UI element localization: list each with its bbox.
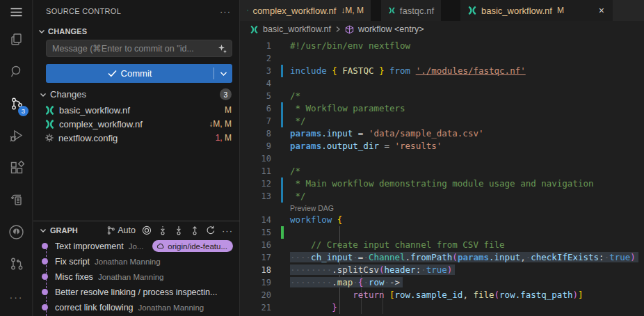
code-line[interactable]: 5/* [240,90,644,102]
commit-message-input[interactable] [52,44,218,54]
graph-push-button[interactable] [190,226,200,235]
code-line[interactable]: 6 * Workflow parameters [240,102,644,115]
commit-row[interactable]: Text improvement Jo... origin/ide-featu.… [33,239,240,253]
code-line[interactable]: 19········.map·{·row·-> [240,276,644,289]
code-text: ········.map·{·row·-> [290,276,403,289]
file-row-basic-workflow[interactable]: basic_workflow.nf M [33,103,240,117]
sidebar-item-pull-requests[interactable] [0,248,33,280]
code-line[interactable]: 18········.splitCsv(header:·true) [240,264,644,276]
commit-dot-icon [42,289,48,295]
graph-section-header: GRAPH Auto ··· [33,223,240,237]
sparkle-icon[interactable] [218,44,227,54]
commit-author: Jonathan Manning [138,303,204,312]
close-icon[interactable]: × [597,5,606,16]
nextflow-icon [467,6,477,15]
sidebar-item-search[interactable] [0,56,33,88]
code-line[interactable]: 9params.output_dir = 'results' [240,140,644,152]
git-status: ↓M, M [209,119,232,129]
code-text: * Main workflow demonstrating module usa… [290,177,594,190]
sidebar-item-extensions[interactable] [0,152,33,184]
commit-graph: Text improvement Jo... origin/ide-featu.… [33,239,240,316]
code-line[interactable]: 1#!/usr/bin/env nextflow [240,40,644,52]
code-line[interactable]: 10 [240,152,644,165]
graph-controls: Auto ··· [78,226,233,236]
commit-button[interactable]: Commit [46,64,232,83]
file-history-icon [9,192,24,207]
file-row-nextflow-config[interactable]: nextflow.config 1, M [33,131,240,145]
nextflow-icon [388,6,396,15]
symbol-module-icon [345,25,354,34]
chevron-down-icon [38,27,46,35]
check-icon [108,70,117,77]
graph-pull-button[interactable] [174,226,184,235]
tab-basic-workflow-active[interactable]: basic_workflow.nf M × [460,0,613,21]
changes-tree-label: Changes [50,89,220,100]
code-line[interactable]: 12 * Main workflow demonstrating module … [240,177,644,190]
activity-more-button[interactable]: ··· [0,281,33,313]
graph-refresh-button[interactable] [206,226,216,235]
code-text: return [row.sample_id, file(row.fastq_pa… [290,289,583,301]
editor-group: complex_workflow.nf ↓M, M fastqc.nf basi… [240,0,644,316]
codelens-preview-dag[interactable]: Preview DAG [240,203,644,214]
commit-dropdown-button[interactable] [214,71,232,77]
line-number: 11 [240,165,271,177]
sidebar-item-github[interactable] [0,216,33,248]
branch-ref-pill[interactable]: origin/ide-featu... [152,240,233,252]
nextflow-icon [45,119,55,129]
code-line[interactable]: 14workflow { [240,214,644,226]
commit-message: Fix script [55,257,90,267]
code-line[interactable]: 13 */ [240,190,644,203]
sidebar-item-run-debug[interactable] [0,120,33,152]
code-line[interactable]: 16 // Create input channel from CSV file [240,239,644,251]
code-line[interactable]: 15 [240,226,644,239]
code-line[interactable]: 20 return [row.sample_id, file(row.fastq… [240,289,644,301]
git-modified-gutter-marker [281,115,283,127]
branch-icon [106,226,115,235]
changes-tree-header[interactable]: Changes 3 [33,88,240,101]
chevron-down-icon[interactable] [39,226,47,235]
code-line[interactable]: 21 } [240,301,644,314]
chevron-right-icon [335,26,341,33]
commit-row[interactable]: Better resolve linking / process inspect… [33,285,240,299]
line-number: 6 [240,102,271,115]
commit-row[interactable]: Fix script Jonathan Manning [33,254,240,269]
tab-bar: complex_workflow.nf ↓M, M fastqc.nf basi… [240,0,644,21]
code-text: // Create input channel from CSV file [290,239,505,251]
menu-button[interactable] [0,0,33,24]
commit-row[interactable]: Misc fixes Jonathan Manning [33,269,240,284]
code-line[interactable]: 7 */ [240,115,644,127]
tab-complex-workflow[interactable]: complex_workflow.nf ↓M, M [240,0,371,21]
file-row-complex-workflow[interactable]: complex_workflow.nf ↓M, M [33,117,240,131]
code-line[interactable]: 4 [240,77,644,90]
code-text: ····ch_input·=·Channel.fromPath(params.i… [290,251,638,264]
graph-fetch-button[interactable] [158,226,168,235]
code-text: params.output_dir = 'results' [290,140,442,152]
code-line[interactable]: 3include { FASTQC } from './modules/fast… [240,65,644,77]
line-number: 2 [240,52,271,65]
commit-row[interactable]: correct link following Jonathan Manning [33,300,240,315]
commit-dot-icon [42,274,48,280]
graph-target-button[interactable] [142,226,152,235]
sidebar-item-file-history[interactable] [0,184,33,216]
breadcrumb-file[interactable]: basic_workflow.nf [263,24,331,34]
code-line[interactable]: 2 [240,52,644,65]
code-editor[interactable]: 1#!/usr/bin/env nextflow23include { FAST… [240,38,644,316]
hamburger-icon [10,8,22,17]
code-text: workflow { [290,214,342,226]
code-line[interactable]: 8params.input = 'data/sample_data.csv' [240,127,644,140]
graph-auto-toggle[interactable]: Auto [106,226,136,235]
sidebar-item-source-control[interactable]: 3 [0,88,33,120]
graph-more-button[interactable]: ··· [222,226,233,236]
changes-section-header[interactable]: CHANGES [33,24,239,38]
cloud-icon [156,243,165,249]
sidebar-item-explorer[interactable] [0,24,33,56]
more-icon: ··· [10,292,24,303]
breadcrumb[interactable]: basic_workflow.nf workflow <entry> [240,21,644,38]
code-line[interactable]: 11/* [240,165,644,177]
panel-more-button[interactable]: ··· [220,6,231,17]
git-modified-gutter-marker [281,177,283,190]
line-number: 19 [240,276,271,289]
tab-fastqc[interactable]: fastqc.nf [381,0,441,21]
code-line[interactable]: 17····ch_input·=·Channel.fromPath(params… [240,251,644,264]
breadcrumb-symbol[interactable]: workflow <entry> [358,24,424,34]
